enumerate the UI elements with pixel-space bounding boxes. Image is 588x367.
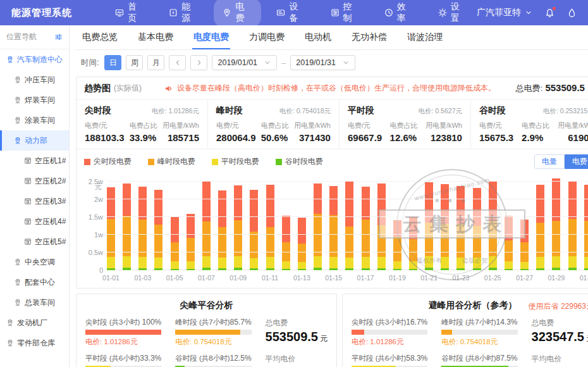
bar-segment-平时段电费 bbox=[329, 257, 338, 268]
sidebar-item-空压机1#[interactable]: 空压机1# bbox=[0, 151, 69, 171]
time-filter-bar: 时间: 日周月 2019/01/01 – 2019/01/31 bbox=[76, 50, 588, 75]
tab-电费总览[interactable]: 电费总览 bbox=[81, 25, 119, 49]
bar-column-01-09[interactable]: 01-09 bbox=[234, 175, 242, 270]
bar-segment-平时段电费 bbox=[218, 258, 226, 268]
bar-column-01-12[interactable] bbox=[282, 175, 290, 270]
nav-item-效率[interactable]: 效率 bbox=[376, 0, 423, 27]
sidebar-item-配套中心[interactable]: 配套中心 bbox=[0, 272, 69, 292]
chart-bars: 01-0101-0301-0501-0701-0901-1101-1301-15… bbox=[107, 175, 588, 270]
end-date-picker[interactable]: 2019/01/31 bbox=[290, 55, 355, 70]
bar-column-01-07[interactable]: 01-07 bbox=[202, 175, 211, 270]
sidebar-item-空压机5#[interactable]: 空压机5# bbox=[0, 232, 69, 252]
x-axis-label: 01-17 bbox=[357, 274, 374, 282]
bar-column-01-25[interactable]: 01-25 bbox=[489, 175, 497, 270]
bar-column-01-30[interactable] bbox=[568, 175, 577, 270]
bar-column-01-06[interactable] bbox=[187, 175, 195, 270]
top-nav-bar: 能源管理系统 首页能源电费设备控制效率设置 广汽菲亚特 bbox=[0, 0, 588, 25]
bar-column-01-17[interactable]: 01-17 bbox=[362, 175, 370, 270]
nav-item-label: 电费 bbox=[235, 1, 252, 24]
nav-item-label: 效率 bbox=[397, 1, 414, 24]
metric-percent: 58.3% bbox=[406, 354, 427, 363]
bar-segment-峰时段电费 bbox=[552, 221, 560, 256]
bar-column-01-28[interactable] bbox=[536, 175, 544, 270]
legend-item-尖时段电费[interactable]: 尖时段电费 bbox=[84, 156, 132, 167]
bar-column-01-29[interactable]: 01-29 bbox=[552, 175, 560, 270]
bar-column-01-03[interactable]: 01-03 bbox=[138, 175, 147, 270]
bar-column-01-26[interactable] bbox=[505, 175, 513, 270]
sidebar-item-汽车制造中心[interactable]: 汽车制造中心 bbox=[0, 49, 69, 70]
nav-item-电费[interactable]: 电费 bbox=[214, 0, 261, 27]
nav-item-设备[interactable]: 设备 bbox=[267, 0, 315, 27]
time-mode-日[interactable]: 日 bbox=[104, 55, 121, 70]
main-nav: 首页能源电费设备控制效率设置 bbox=[106, 0, 477, 27]
filter-icon[interactable] bbox=[54, 33, 63, 41]
sidebar-item-发动机厂[interactable]: 发动机厂 bbox=[0, 313, 69, 333]
bar-segment-谷时段电费 bbox=[298, 269, 306, 270]
company-selector[interactable]: 广汽菲亚特 bbox=[477, 7, 532, 18]
tab-力调电费[interactable]: 力调电费 bbox=[248, 25, 286, 49]
sidebar-item-冲压车间[interactable]: 冲压车间 bbox=[0, 70, 69, 90]
bar-column-01-22[interactable] bbox=[441, 175, 449, 270]
nav-item-能源[interactable]: 能源 bbox=[160, 0, 207, 27]
bar-column-01-01[interactable]: 01-01 bbox=[107, 175, 115, 270]
tab-电度电费[interactable]: 电度电费 bbox=[192, 25, 230, 49]
tab-基本电费[interactable]: 基本电费 bbox=[137, 25, 175, 49]
sidebar-item-焊装车间[interactable]: 焊装车间 bbox=[0, 90, 69, 110]
legend-swatch bbox=[148, 159, 154, 165]
bar-column-01-23[interactable]: 01-23 bbox=[456, 175, 465, 270]
bar-segment-谷时段电费 bbox=[441, 268, 449, 270]
bar-stack bbox=[568, 181, 577, 270]
sidebar-item-动力部[interactable]: 动力部 bbox=[0, 130, 69, 151]
legend-item-平时段电费[interactable]: 平时段电费 bbox=[212, 156, 259, 167]
sidebar-item-空压机2#[interactable]: 空压机2# bbox=[0, 171, 69, 191]
bar-column-01-20[interactable] bbox=[409, 175, 417, 270]
time-mode-周[interactable]: 周 bbox=[126, 55, 143, 70]
x-axis-label: 01-01 bbox=[102, 274, 119, 282]
bar-column-01-21[interactable]: 01-21 bbox=[425, 175, 433, 270]
bar-column-01-24[interactable] bbox=[473, 175, 481, 270]
period-card-平时段: 平时段电价: 0.5627元电费/元69667.9电费占比12.6%用电量/kW… bbox=[340, 100, 471, 149]
bar-column-01-10[interactable] bbox=[250, 175, 258, 270]
sidebar-item-中央空调[interactable]: 中央空调 bbox=[0, 252, 69, 272]
time-mode-月[interactable]: 月 bbox=[147, 55, 164, 70]
prev-period-button[interactable] bbox=[169, 55, 186, 70]
bar-column-01-14[interactable] bbox=[314, 175, 322, 270]
toggle-电费[interactable]: 电费 bbox=[565, 154, 588, 169]
bar-column-01-19[interactable]: 01-19 bbox=[393, 175, 401, 270]
sidebar-item-涂装车间[interactable]: 涂装车间 bbox=[0, 110, 69, 130]
bar-column-01-16[interactable] bbox=[345, 175, 353, 270]
water-drop-icon[interactable] bbox=[567, 8, 577, 18]
bar-column-01-27[interactable]: 01-27 bbox=[520, 175, 529, 270]
start-date-picker[interactable]: 2019/01/01 bbox=[212, 55, 277, 70]
tab-无功补偿[interactable]: 无功补偿 bbox=[350, 25, 388, 49]
bar-column-01-08[interactable] bbox=[218, 175, 226, 270]
bar-column-01-05[interactable]: 01-05 bbox=[171, 175, 179, 270]
legend-item-谷时段电费[interactable]: 谷时段电费 bbox=[276, 156, 323, 167]
sidebar-item-空压机3#[interactable]: 空压机3# bbox=[0, 191, 69, 211]
bar-column-01-15[interactable]: 01-15 bbox=[329, 175, 338, 270]
tab-谐波治理[interactable]: 谐波治理 bbox=[406, 25, 444, 49]
nav-item-首页[interactable]: 首页 bbox=[106, 0, 154, 27]
stat-电费占比: 电费占比12.6% bbox=[390, 121, 418, 143]
toggle-电量[interactable]: 电量 bbox=[534, 154, 565, 169]
bar-column-01-18[interactable] bbox=[377, 175, 386, 270]
next-period-button[interactable] bbox=[190, 55, 207, 70]
bar-column-01-04[interactable] bbox=[154, 175, 162, 270]
x-axis-label: 01-27 bbox=[516, 274, 533, 282]
legend-item-峰时段电费[interactable]: 峰时段电费 bbox=[148, 156, 195, 167]
nav-item-控制[interactable]: 控制 bbox=[322, 0, 369, 27]
bar-column-01-02[interactable] bbox=[123, 175, 131, 270]
bar-column-01-13[interactable]: 01-13 bbox=[298, 175, 306, 270]
nav-item-设置[interactable]: 设置 bbox=[429, 0, 477, 27]
legend-label: 平时段电费 bbox=[221, 156, 259, 167]
bar-column-01-31[interactable]: 01-31 bbox=[584, 175, 588, 270]
legend-swatch bbox=[276, 159, 282, 165]
sidebar-item-空压机4#[interactable]: 空压机4# bbox=[0, 211, 69, 232]
tab-电动机[interactable]: 电动机 bbox=[303, 25, 333, 49]
stacked-bar-chart: 01-0101-0301-0501-0701-0901-1101-1301-15… bbox=[82, 173, 588, 285]
bar-column-01-11[interactable]: 01-11 bbox=[266, 175, 274, 270]
notification-bell-icon[interactable] bbox=[545, 8, 554, 18]
sidebar-item-总装车间[interactable]: 总装车间 bbox=[0, 292, 69, 313]
nav-item-label: 能源 bbox=[181, 1, 199, 24]
sidebar-item-零件部仓库[interactable]: 零件部仓库 bbox=[0, 333, 69, 353]
